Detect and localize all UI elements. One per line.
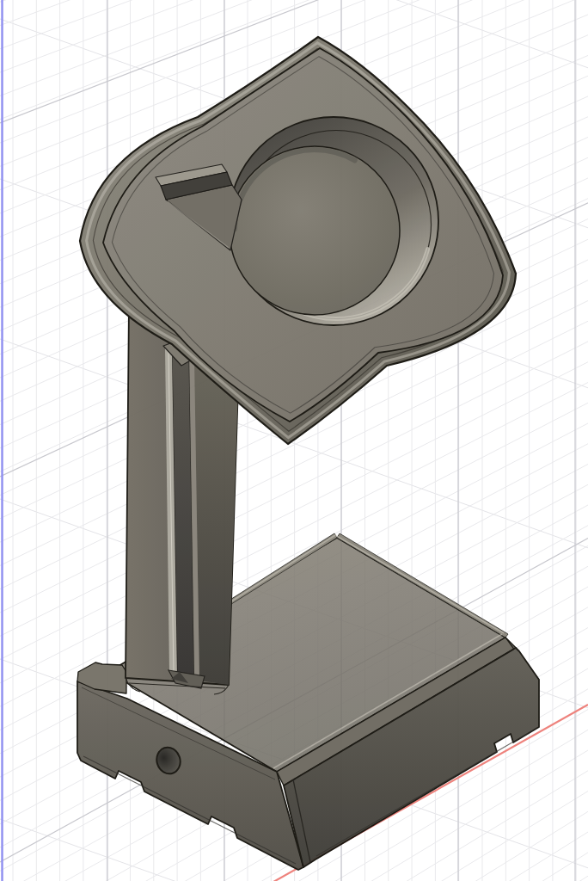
charger-recess[interactable]	[229, 117, 438, 325]
viewport-canvas[interactable]	[0, 0, 588, 881]
cad-viewport[interactable]	[0, 0, 588, 881]
recess-floor[interactable]	[230, 146, 400, 315]
